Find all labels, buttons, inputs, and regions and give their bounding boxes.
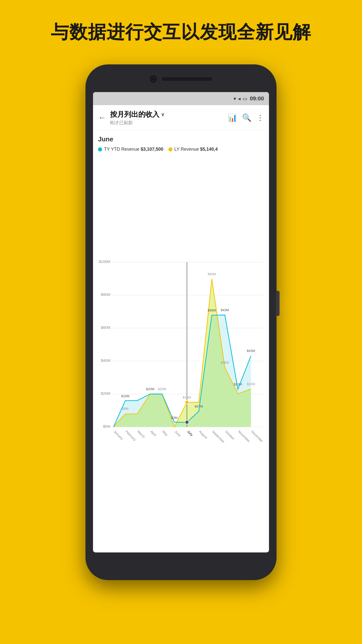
speaker (162, 77, 212, 81)
legend-item-teal: TY YTD Revenue $3,107,500 (98, 147, 163, 152)
svg-text:$15M: $15M (183, 395, 191, 399)
svg-text:$16M: $16M (121, 394, 129, 398)
svg-text:$23M: $23M (247, 382, 255, 386)
app-bar-actions: 📊 🔍 ⋮ (228, 113, 264, 122)
svg-text:$23M: $23M (234, 382, 242, 386)
svg-text:February: February (125, 430, 137, 442)
status-bar: ▾ ◂ ▭ 09:00 (93, 92, 269, 105)
svg-text:October: October (224, 430, 235, 441)
title-area: 按月列出的收入 ∨ 刚才已刷新 (110, 110, 228, 126)
july-teal-point[interactable] (185, 420, 189, 424)
phone-top (118, 71, 244, 87)
svg-text:$40M: $40M (101, 358, 110, 363)
app-subtitle: 刚才已刷新 (110, 120, 228, 126)
svg-text:$3M: $3M (171, 416, 178, 420)
phone-screen: ▾ ◂ ▭ 09:00 ← 按月列出的收入 ∨ 刚才已刷新 📊 (93, 92, 269, 552)
svg-text:$20M: $20M (146, 387, 154, 391)
svg-text:$8M: $8M (122, 407, 129, 411)
svg-text:November: November (237, 430, 251, 443)
dropdown-icon[interactable]: ∨ (161, 111, 165, 117)
svg-text:January: January (113, 430, 124, 441)
chart-month-label: June (98, 135, 264, 143)
phone-shell: ▾ ◂ ▭ 09:00 ← 按月列出的收入 ∨ 刚才已刷新 📊 (85, 64, 277, 580)
back-button[interactable]: ← (98, 113, 106, 122)
svg-marker-13 (113, 315, 251, 427)
svg-text:$20M: $20M (158, 387, 166, 391)
battery-icon: ▭ (243, 96, 247, 102)
legend-label-teal: TY YTD Revenue $3,107,500 (104, 147, 163, 152)
chart-legend: TY YTD Revenue $3,107,500 LY Revenue $5,… (98, 147, 264, 152)
status-time: 09:00 (250, 95, 264, 102)
svg-text:June: June (174, 430, 182, 437)
svg-text:$43M: $43M (247, 349, 255, 353)
svg-text:May: May (161, 430, 169, 437)
svg-text:$47M: $47M (195, 405, 203, 408)
svg-text:September: September (211, 430, 225, 444)
signal-icon: ◂ (238, 96, 241, 102)
svg-text:$100M: $100M (99, 259, 110, 264)
phone-mockup: ▾ ◂ ▭ 09:00 ← 按月列出的收入 ∨ 刚才已刷新 📊 (85, 64, 277, 580)
app-title: 按月列出的收入 ∨ (110, 110, 228, 119)
status-icons: ▾ ◂ ▭ (234, 96, 247, 102)
svg-text:$90M: $90M (208, 272, 216, 276)
title-text: 按月列出的收入 (110, 110, 159, 119)
svg-text:$36M: $36M (221, 361, 229, 365)
legend-item-yellow: LY Revenue $5,140,4 (168, 147, 218, 152)
chart-icon[interactable]: 📊 (228, 113, 237, 122)
svg-text:$68M: $68M (208, 308, 216, 312)
side-button (276, 291, 280, 316)
svg-text:$20M: $20M (101, 391, 110, 395)
content-area: June TY YTD Revenue $3,107,500 LY Revenu… (93, 130, 269, 552)
svg-text:$43M: $43M (221, 308, 229, 312)
legend-label-yellow: LY Revenue $5,140,4 (174, 147, 218, 152)
legend-dot-teal (98, 147, 102, 151)
svg-text:December: December (250, 430, 264, 443)
svg-text:March: March (137, 430, 146, 439)
legend-dot-yellow (168, 147, 172, 151)
svg-text:$0M: $0M (103, 424, 110, 428)
july-yellow-point[interactable] (185, 400, 189, 404)
search-icon[interactable]: 🔍 (242, 113, 251, 122)
svg-text:April: April (150, 430, 157, 437)
svg-text:$60M: $60M (101, 325, 110, 330)
chart-container[interactable]: $100M $80M $60M $40M $20M $0M (98, 157, 264, 550)
headline: 与数据进行交互以发现全新见解 (31, 20, 331, 44)
line-chart[interactable]: $100M $80M $60M $40M $20M $0M (98, 157, 264, 550)
svg-text:$80M: $80M (101, 292, 110, 297)
more-icon[interactable]: ⋮ (256, 113, 264, 122)
app-bar: ← 按月列出的收入 ∨ 刚才已刷新 📊 🔍 ⋮ (93, 105, 269, 130)
wifi-icon: ▾ (234, 96, 236, 102)
svg-text:August: August (198, 430, 208, 440)
camera (150, 75, 157, 83)
svg-text:July: July (186, 430, 194, 437)
